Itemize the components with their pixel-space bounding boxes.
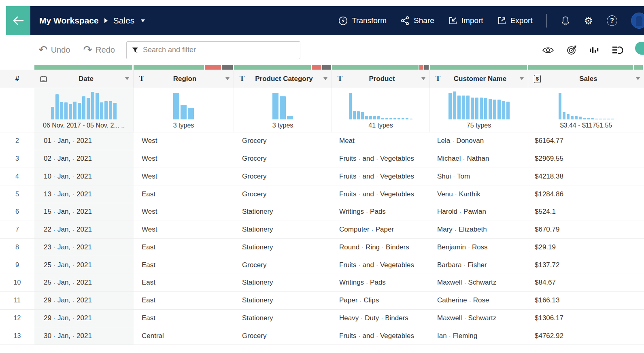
- help-icon[interactable]: ?: [607, 15, 617, 26]
- column-histogram-sales[interactable]: $3.44 - $11751.55: [528, 88, 644, 132]
- cell-customer[interactable]: Shui·Tom: [430, 168, 528, 186]
- cell-customer[interactable]: Lela·Donovan: [430, 132, 528, 150]
- cell-category[interactable]: Grocery: [234, 256, 332, 274]
- breadcrumb-dataset[interactable]: Sales: [113, 16, 135, 26]
- cell-date[interactable]: 10·Jan,·2021: [34, 168, 134, 186]
- cell-region[interactable]: East: [134, 310, 234, 327]
- cell-customer[interactable]: Mary·Elizabeth: [430, 221, 528, 239]
- column-histogram-region[interactable]: 3 types: [134, 88, 234, 132]
- cell-product[interactable]: Computer·Paper: [332, 221, 430, 239]
- cell-sales[interactable]: $4218.38: [528, 168, 644, 186]
- column-header-region[interactable]: TRegion: [134, 70, 234, 88]
- chevron-down-icon[interactable]: [225, 77, 230, 80]
- import-button[interactable]: Import: [448, 16, 483, 26]
- chevron-down-icon[interactable]: [421, 77, 425, 80]
- cell-date[interactable]: 02·Jan,·2021: [34, 150, 134, 168]
- cell-sales[interactable]: $84.67: [528, 274, 644, 292]
- cell-customer[interactable]: Barbara·Fisher: [430, 256, 528, 274]
- column-histogram-product[interactable]: 41 types: [332, 88, 430, 132]
- cell-product[interactable]: Heavy·Duty·Binders: [332, 310, 430, 327]
- cell-category[interactable]: Grocery: [234, 150, 332, 168]
- breadcrumb-workspace[interactable]: My Workspace: [39, 16, 99, 26]
- column-header-category[interactable]: TProduct Category: [234, 70, 332, 88]
- cell-sales[interactable]: $6164.77: [528, 132, 644, 150]
- cell-category[interactable]: Grocery: [234, 185, 332, 203]
- cell-category[interactable]: Stationery: [234, 274, 332, 292]
- cell-category[interactable]: Stationery: [234, 292, 332, 310]
- search-filter-box[interactable]: [126, 41, 300, 59]
- cell-sales[interactable]: $1284.86: [528, 185, 644, 203]
- cell-region[interactable]: West: [134, 132, 234, 150]
- column-histogram-date[interactable]: 06 Nov, 2017 - 05 Nov, 2... ..: [34, 88, 134, 132]
- notifications-bell-icon[interactable]: [561, 15, 570, 26]
- search-input[interactable]: [143, 46, 295, 54]
- cell-customer[interactable]: Michael·Nathan: [430, 150, 528, 168]
- cell-date[interactable]: 23·Jan,·2021: [34, 239, 134, 257]
- cell-product[interactable]: Meat: [332, 132, 430, 150]
- transform-button[interactable]: Transform: [338, 16, 387, 26]
- column-header-customer[interactable]: TCustomer Name: [430, 70, 528, 88]
- cell-sales[interactable]: $4762.92: [528, 327, 644, 345]
- back-button[interactable]: [6, 6, 30, 35]
- cell-product[interactable]: Writings·Pads: [332, 274, 430, 292]
- steps-history-icon[interactable]: [612, 45, 623, 55]
- cell-sales[interactable]: $670.79: [528, 221, 644, 239]
- cell-date[interactable]: 29·Jan,·2021: [34, 310, 134, 327]
- cell-date[interactable]: 13·Jan,·2021: [34, 185, 134, 203]
- column-histogram-category[interactable]: 3 types: [234, 88, 332, 132]
- share-button[interactable]: Share: [400, 16, 434, 26]
- cell-sales[interactable]: $1306.17: [528, 310, 644, 327]
- cell-date[interactable]: 30·Jan,·2021: [34, 327, 134, 345]
- cell-region[interactable]: East: [134, 185, 234, 203]
- export-button[interactable]: Export: [497, 16, 533, 26]
- cell-region[interactable]: East: [134, 256, 234, 274]
- cell-product[interactable]: Writings·Pads: [332, 203, 430, 221]
- cell-category[interactable]: Stationery: [234, 239, 332, 257]
- column-header-sales[interactable]: $Sales: [528, 70, 644, 88]
- cell-product[interactable]: Paper·Clips: [332, 292, 430, 310]
- cell-product[interactable]: Fruits·and·Vegetables: [332, 150, 430, 168]
- cell-customer[interactable]: Catherine·Rose: [430, 292, 528, 310]
- cell-customer[interactable]: Ian·Fleming: [430, 327, 528, 345]
- cell-date[interactable]: 15·Jan,·2021: [34, 203, 134, 221]
- chevron-down-icon[interactable]: [323, 77, 327, 80]
- preview-eye-icon[interactable]: [542, 46, 554, 54]
- cell-category[interactable]: Stationery: [234, 310, 332, 327]
- cell-product[interactable]: Round·Ring·Binders: [332, 239, 430, 257]
- cell-product[interactable]: Fruits·and·Vegetables: [332, 185, 430, 203]
- cell-sales[interactable]: $29.19: [528, 239, 644, 257]
- column-header-product[interactable]: TProduct: [332, 70, 430, 88]
- cell-category[interactable]: Grocery: [234, 327, 332, 345]
- chart-bars-icon[interactable]: [589, 46, 599, 55]
- cell-customer[interactable]: Venu·Karthik: [430, 185, 528, 203]
- cell-category[interactable]: Grocery: [234, 132, 332, 150]
- cell-date[interactable]: 25·Jan,·2021: [34, 256, 134, 274]
- cell-product[interactable]: Fruits·and·Vegetables: [332, 256, 430, 274]
- cell-region[interactable]: West: [134, 221, 234, 239]
- chevron-down-icon[interactable]: [125, 77, 129, 80]
- dataset-dropdown-caret-icon[interactable]: [141, 19, 145, 22]
- cell-category[interactable]: Stationery: [234, 221, 332, 239]
- cell-region[interactable]: Central: [134, 327, 234, 345]
- cell-region[interactable]: West: [134, 168, 234, 186]
- cell-region[interactable]: West: [134, 150, 234, 168]
- cell-customer[interactable]: Maxwell·Schwartz: [430, 274, 528, 292]
- avatar[interactable]: [631, 13, 644, 29]
- cell-date[interactable]: 25·Jan,·2021: [34, 274, 134, 292]
- cell-sales[interactable]: $2969.55: [528, 150, 644, 168]
- chevron-down-icon[interactable]: [636, 77, 640, 80]
- cell-region[interactable]: East: [134, 239, 234, 257]
- column-header-date[interactable]: Date: [34, 70, 134, 88]
- cell-date[interactable]: 29·Jan,·2021: [34, 292, 134, 310]
- redo-button[interactable]: ↷ Redo: [83, 45, 115, 55]
- cell-sales[interactable]: $166.13: [528, 292, 644, 310]
- cell-category[interactable]: Grocery: [234, 168, 332, 186]
- cell-product[interactable]: Fruits·and·Vegetables: [332, 327, 430, 345]
- cell-region[interactable]: East: [134, 274, 234, 292]
- goal-target-icon[interactable]: [566, 45, 577, 55]
- cell-customer[interactable]: Benjamin·Ross: [430, 239, 528, 257]
- cell-customer[interactable]: Maxwell·Schwartz: [430, 310, 528, 327]
- cell-date[interactable]: 01·Jan,·2021: [34, 132, 134, 150]
- cell-customer[interactable]: Harold·Pawlan: [430, 203, 528, 221]
- settings-gear-icon[interactable]: ⚙: [584, 16, 593, 26]
